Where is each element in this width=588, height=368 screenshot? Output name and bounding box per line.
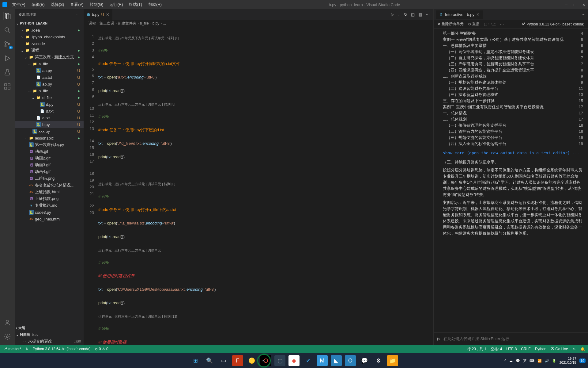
tree-item[interactable]: ⌄📁b_file● [15,87,84,94]
status-encoding[interactable]: UTF-8 [506,347,517,351]
tree-item[interactable]: 📄aa.txtU [15,74,84,81]
tree-item[interactable]: 🖼动画3.gif [15,162,84,168]
tree-item[interactable]: ▼专业概论.md [15,202,84,209]
code-lens[interactable]: 运行单元 | 运行本单元上方单元 | 调试单元 | 转到 [13] [98,313,433,319]
extensions-icon[interactable] [3,82,12,91]
interactive-input[interactable] [443,336,584,341]
split-editor-icon[interactable]: ◫ [411,12,415,17]
sidebar-more-icon[interactable]: ⋯ [76,13,80,17]
tray-wechat-icon[interactable]: 💬 [516,359,520,363]
code-lens[interactable]: 运行单元 | 运行本单元上方单元 | 调试单元 | 转到 [6] [98,181,433,186]
breadcrumb[interactable]: 课程›第三次课›新建文件夹›b_file›b.py›... [84,20,433,27]
code-lens[interactable]: 运行单元 | 运行本单元及下方单元 | 调试单元 | 转到 [1] [98,35,433,40]
taskbar-app-recording[interactable] [260,355,271,366]
code-lens[interactable]: 运行单元 | 运行本单元上方单元 | 调试单元 | 转到 [5] [98,101,433,106]
tree-item[interactable]: 🐍b.pyU [15,121,84,128]
outline-section[interactable]: ›大纲 [15,324,84,331]
restart-button[interactable]: ↻ 重启 [468,21,480,27]
menu-item[interactable]: 编辑(E) [29,1,47,9]
tree-item[interactable]: ›📁.ipynb_checkpoints [15,33,84,40]
status-problems[interactable]: ⊘ 0 ⚠ 0 [95,347,108,351]
tree-item[interactable]: 🖼动画2.gif [15,155,84,162]
status-eol[interactable]: CRLF [521,347,530,351]
menu-item[interactable]: 转到(G) [87,1,106,9]
search-icon[interactable] [3,26,12,34]
code-content[interactable]: 运行单元 | 运行本单元及下方单元 | 调试单元 | 转到 [1] #%% #t… [98,27,433,345]
menu-item[interactable]: 查看(V) [68,1,86,9]
tab-bpy[interactable]: ⬢ b.py U ✕ [84,9,113,20]
tray-notifications-icon[interactable]: 19 [579,358,586,363]
tree-item[interactable]: ⌄📁d_file● [15,94,84,101]
timeline-section[interactable]: ⌄时间线 b.py [15,331,84,338]
tray-chevron-icon[interactable]: ^ [505,359,506,362]
tree-item[interactable]: <>各省老龄化总体情况.html [15,182,84,189]
minimize-button[interactable]: ─ [565,2,567,7]
run-debug-icon[interactable] [3,54,12,63]
run-dropdown-icon[interactable]: ⌄ [398,13,400,16]
kernel-selector[interactable]: 🗲 Python 3.8.12 64-bit ('base': conda) [522,22,584,26]
start-button[interactable]: ⊞ [190,355,201,366]
tree-item[interactable]: 🐍ab.pyU [15,81,84,87]
timeline-item[interactable]: ○未提交的更改现在 [15,338,84,345]
tree-item[interactable]: 🐍第一次课代码.py [15,141,84,148]
status-spaces[interactable]: 空格: 4 [491,347,502,352]
interactive-tab[interactable]: 🗎 Interactive - b.py ✕ [436,10,483,19]
source-control-icon[interactable] [3,40,12,48]
taskbar-chrome-icon[interactable]: 🟡 [246,355,257,366]
tab-close-icon[interactable]: ✕ [106,12,109,17]
menu-item[interactable]: 运行(R) [107,1,125,9]
tray-clock[interactable]: 19:572021/10/15 [560,357,576,365]
taskbar-app-1[interactable]: F [232,355,243,366]
status-cursor-pos[interactable]: 行 23，列 1 [467,347,486,352]
taskbar-terminal-icon[interactable]: ▢ [274,355,285,366]
tree-item[interactable]: ⌄📁a_file● [15,60,84,67]
tree-item[interactable]: 🖼动画4.gif [15,168,84,175]
tree-item[interactable]: 📄a.txtU [15,114,84,121]
tree-item[interactable]: 🐍aa.pyU [15,67,84,74]
status-sync-icon[interactable]: ↻ [25,347,28,351]
run-icon[interactable]: ▷ [391,12,394,17]
tray-battery-icon[interactable]: 🔋 [552,359,556,363]
settings-gear-icon[interactable] [3,332,12,341]
output-area[interactable]: 第一部分 智能财务4案例一 云南省烟草专卖局（公司）基于财务共享的智能财务建设情… [434,29,588,332]
menu-item[interactable]: 帮助(H) [146,1,164,9]
tree-item[interactable]: ›📁.idea● [15,27,84,33]
interactive-tab-close-icon[interactable]: ✕ [476,12,480,17]
maximize-button[interactable]: □ [574,2,576,7]
task-view-icon[interactable]: ▭ [218,355,229,366]
status-feedback-icon[interactable]: ☺ [572,347,576,351]
tree-item[interactable]: ⌄📁第三次课 · 新建文件夹● [15,54,84,60]
test-icon[interactable] [3,68,12,77]
tree-item[interactable]: 🖼动画.gif [15,148,84,155]
tray-ime-icon[interactable]: 英 [523,358,526,363]
taskbar-app-4[interactable]: M [317,355,328,366]
menu-item[interactable]: 终端(T) [126,1,145,9]
toolbar-more-icon[interactable]: ⋯ [500,22,504,26]
menu-item[interactable]: 文件(F) [10,1,28,9]
status-branch[interactable]: ⎇ master* [3,347,21,351]
taskbar-explorer-icon[interactable]: 📁 [387,355,398,366]
close-button[interactable]: ✕ [582,2,586,7]
tray-input-icon[interactable]: ⌨ [530,359,534,363]
taskbar-app-6[interactable]: O [345,355,356,366]
show-more-link[interactable]: show more (open the raw output data in a… [443,150,583,156]
status-golive[interactable]: ⦿ Go Live [551,347,568,351]
refresh-icon[interactable]: ↻ [404,12,407,17]
taskbar-app-2[interactable]: ◆ [288,355,300,366]
tree-item[interactable]: 🖼上证指数.png [15,195,84,202]
interactive-more-icon[interactable]: ⋯ [582,12,586,17]
system-tray[interactable]: ^ ☁ 💬 英 ⌨ 📶 🔊 🔋 19:572021/10/15 19 [505,357,586,365]
status-python[interactable]: Python 3.8.12 64-bit ('base': conda) [33,347,91,351]
tree-item[interactable]: 🐍xxx.pyU [15,128,84,135]
status-language[interactable]: Python [535,347,546,351]
tree-item[interactable]: 📁.vscode [15,40,84,47]
code-lens[interactable]: 运行单元 | 运行本单元上方单元 | 调试单元 [98,247,433,252]
tree-item[interactable]: ›📁lesson1pic● [15,135,84,141]
tray-volume-icon[interactable]: 🔊 [545,359,549,363]
tree-item[interactable]: <>上证指数.html [15,189,84,195]
clear-all-button[interactable]: ✕ 删除所有单元 [437,21,464,27]
taskbar-wechat-icon[interactable]: 💬 [359,355,370,366]
editor-more-icon[interactable]: ⋯ [426,12,430,17]
accounts-icon[interactable] [3,318,12,327]
explorer-icon[interactable] [3,12,11,20]
